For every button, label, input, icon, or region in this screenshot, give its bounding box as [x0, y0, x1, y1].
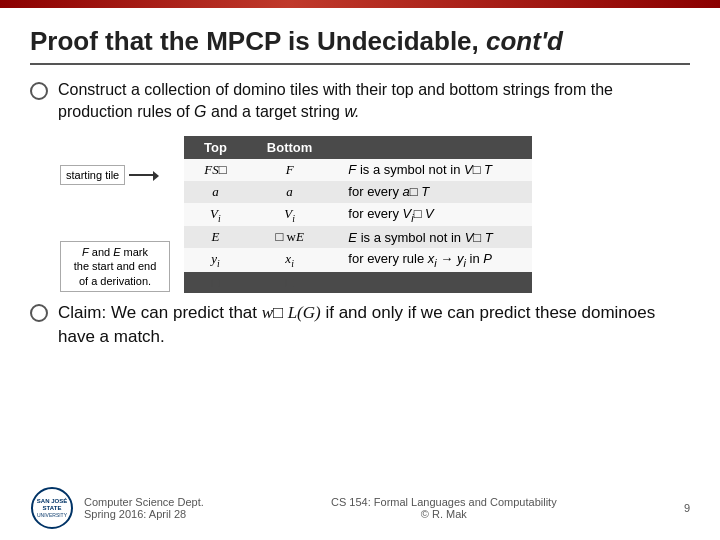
row3-col3: for every Vi□ V [332, 203, 532, 227]
table-row-dark: □ □ [184, 272, 532, 293]
footer-page-number: 9 [684, 502, 690, 514]
col-bottom-header: Bottom [247, 136, 333, 159]
row6-col2: □ [247, 272, 333, 293]
bullet1-icon [30, 82, 48, 100]
footer-left: SAN JOSÉ STATE UNIVERSITY Computer Scien… [30, 486, 204, 530]
footer-term: Spring 2016: April 28 [84, 508, 204, 520]
row5-col2: xi [247, 248, 333, 272]
footer-copyright: © R. Mak [204, 508, 684, 520]
bullet1-italic2: w. [344, 103, 359, 120]
row6-col3 [332, 272, 532, 293]
bullet1-italic1: G [194, 103, 206, 120]
row2-col3: for every a□ T [332, 181, 532, 203]
row1-col3: F is a symbol not in V□ T [332, 159, 532, 181]
footer-center: CS 154: Formal Languages and Computabili… [204, 496, 684, 520]
bullet1-text-mid: and a target string [207, 103, 345, 120]
svg-text:UNIVERSITY: UNIVERSITY [37, 512, 68, 518]
row1-col1: FS□ [184, 159, 247, 181]
bullet1-section: Construct a collection of domino tiles w… [30, 79, 690, 124]
row4-col3: E is a symbol not in V□ T [332, 226, 532, 248]
row2-col2: a [247, 181, 333, 203]
bullet2-section: Claim: We can predict that w□ L(G) if an… [30, 301, 690, 349]
bullet2-math: w□ L(G) [262, 303, 321, 322]
footer-course: CS 154: Formal Languages and Computabili… [204, 496, 684, 508]
svg-text:SAN JOSÉ: SAN JOSÉ [37, 497, 67, 504]
row1-col2: F [247, 159, 333, 181]
row5-col3: for every rule xi → yi in P [332, 248, 532, 272]
row5-col1: yi [184, 248, 247, 272]
table-row: Vi Vi for every Vi□ V [184, 203, 532, 227]
row6-col1: □ [184, 272, 247, 293]
table-row: a a for every a□ T [184, 181, 532, 203]
table-row: E □ wE E is a symbol not in V□ T [184, 226, 532, 248]
table-row: yi xi for every rule xi → yi in P [184, 248, 532, 272]
domino-table: Top Bottom FS□ F F is a symbol not in V□… [184, 136, 532, 293]
row4-col1: E [184, 226, 247, 248]
bullet2-pre: Claim: We can predict that [58, 303, 262, 322]
sjsu-logo: SAN JOSÉ STATE UNIVERSITY [30, 486, 74, 530]
bullet2-text: Claim: We can predict that w□ L(G) if an… [58, 301, 690, 349]
row2-col1: a [184, 181, 247, 203]
derivation-label: F and E markthe start and endof a deriva… [60, 241, 170, 292]
footer-dept: Computer Science Dept. [84, 496, 204, 508]
starting-tile-label: starting tile [60, 165, 170, 185]
title-italic: cont'd [486, 26, 563, 56]
slide-title: Proof that the MPCP is Undecidable, cont… [30, 26, 690, 65]
bullet2-icon [30, 304, 48, 322]
slide-footer: SAN JOSÉ STATE UNIVERSITY Computer Scien… [0, 486, 720, 530]
svg-text:STATE: STATE [43, 505, 62, 511]
top-accent-bar [0, 0, 720, 8]
title-text: Proof that the MPCP is Undecidable, [30, 26, 486, 56]
footer-dept-info: Computer Science Dept. Spring 2016: Apri… [84, 496, 204, 520]
col-top-header: Top [184, 136, 247, 159]
left-labels: starting tile F and E markthe start and … [60, 136, 170, 293]
table-row: FS□ F F is a symbol not in V□ T [184, 159, 532, 181]
row3-col1: Vi [184, 203, 247, 227]
row3-col2: Vi [247, 203, 333, 227]
bullet1-text: Construct a collection of domino tiles w… [58, 79, 690, 124]
row4-col2: □ wE [247, 226, 333, 248]
footer-page: 9 [684, 502, 690, 514]
